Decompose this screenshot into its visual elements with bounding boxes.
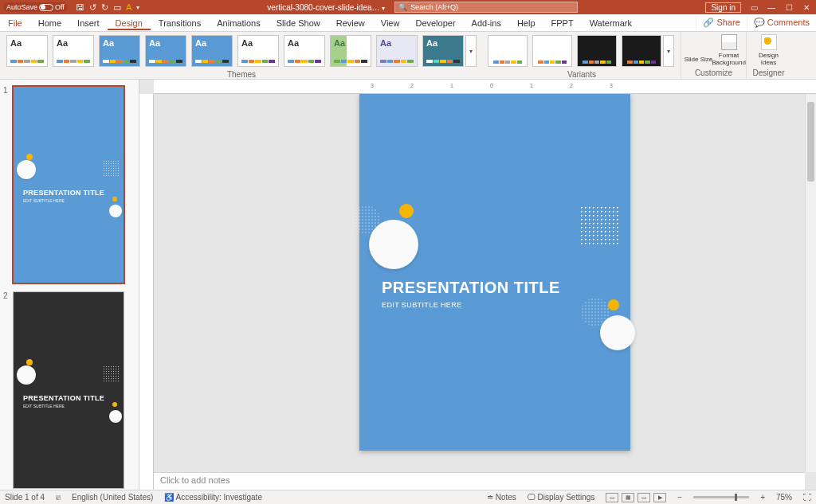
search-box[interactable]: 🔍 Search (Alt+Q) (394, 2, 578, 13)
white-circle-icon (17, 365, 36, 385)
notes-toggle[interactable]: ≐ Notes (487, 493, 516, 502)
slide-title-text[interactable]: PRESENTATION TITLE (382, 279, 560, 297)
font-color-icon[interactable]: A (126, 2, 131, 12)
variants-group: ▾ Variants (483, 32, 681, 79)
variant-tile[interactable] (532, 35, 572, 67)
zoom-out-button[interactable]: − (677, 493, 682, 502)
comments-button[interactable]: 💬 Comments (747, 16, 816, 29)
variant-tile[interactable] (577, 35, 617, 67)
share-button[interactable]: 🔗 Share (696, 16, 746, 29)
tab-design[interactable]: Design (108, 16, 151, 30)
document-title[interactable]: vertical-3080-cover-slide-idea… ▾ (267, 3, 385, 12)
sorter-view-button[interactable]: ▦ (622, 493, 634, 502)
thumb-subtitle: EDIT SUBTITLE HERE (23, 404, 65, 408)
theme-tile[interactable]: Aa (53, 35, 94, 67)
tab-addins[interactable]: Add-ins (464, 16, 509, 30)
vertical-ruler[interactable] (139, 94, 154, 490)
qat-more-icon[interactable]: ▾ (136, 4, 139, 11)
themes-group: Aa Aa Aa Aa Aa Aa Aa Aa Aa Aa ▾ Themes (0, 32, 483, 79)
slide-thumbnail-1[interactable]: PRESENTATION TITLE EDIT SUBTITLE HERE (13, 86, 124, 283)
minimize-icon[interactable]: — (767, 3, 776, 12)
theme-tile[interactable]: Aa (99, 35, 140, 67)
start-slideshow-icon[interactable]: ▭ (113, 2, 121, 13)
tab-review[interactable]: Review (328, 16, 373, 30)
theme-tile[interactable]: Aa (191, 35, 233, 67)
zoom-in-button[interactable]: + (760, 493, 765, 502)
tab-view[interactable]: View (373, 16, 408, 30)
design-ideas-button[interactable]: Design Ideas (755, 34, 783, 66)
white-circle-icon (369, 220, 418, 269)
redo-icon[interactable]: ↻ (101, 2, 108, 13)
thumb-title: PRESENTATION TITLE (23, 394, 104, 402)
dot-pattern-icon (579, 205, 619, 245)
search-icon: 🔍 (398, 3, 407, 11)
vertical-scrollbar[interactable] (805, 94, 816, 472)
tab-animations[interactable]: Animations (209, 16, 268, 30)
view-buttons: ▭ ▦ ▭ ▶ (606, 493, 666, 502)
slide-size-button[interactable]: Slide Size (685, 38, 713, 63)
theme-tile[interactable]: Aa (237, 35, 279, 67)
maximize-icon[interactable]: ☐ (784, 3, 794, 12)
titlebar: AutoSave Off 🖫 ↺ ↻ ▭ A ▾ vertical-3080-c… (0, 0, 816, 14)
white-circle-icon (109, 410, 122, 423)
yellow-circle-icon (399, 204, 414, 218)
slide-canvas[interactable]: PRESENTATION TITLE EDIT SUBTITLE HERE (154, 94, 816, 490)
slide-thumbnail-panel[interactable]: 1 PRESENTATION TITLE EDIT SUBTITLE HERE … (0, 80, 139, 490)
display-settings-button[interactable]: 🖵 Display Settings (528, 493, 594, 502)
customize-group: Slide Size Format Background Customize (681, 32, 746, 79)
accessibility-status[interactable]: ♿ Accessibility: Investigate (164, 493, 262, 502)
variant-tile[interactable] (622, 35, 661, 67)
zoom-level[interactable]: 75% (776, 493, 792, 502)
zoom-slider[interactable] (693, 496, 749, 498)
close-icon[interactable]: ✕ (802, 3, 811, 12)
tab-fppt[interactable]: FPPT (543, 16, 582, 30)
slide-thumbnail-2[interactable]: PRESENTATION TITLE EDIT SUBTITLE HERE (13, 291, 124, 489)
white-circle-icon (17, 160, 36, 179)
notes-pane[interactable]: Click to add notes (154, 472, 805, 490)
horizontal-ruler[interactable]: 3 2 1 0 1 2 3 (154, 80, 816, 94)
fit-to-window-button[interactable]: ⛶ (803, 493, 811, 502)
current-slide[interactable]: PRESENTATION TITLE EDIT SUBTITLE HERE (359, 94, 630, 451)
tab-insert[interactable]: Insert (69, 16, 108, 30)
tab-help[interactable]: Help (509, 16, 543, 30)
theme-tile[interactable]: Aa (284, 35, 325, 67)
autosave-pill-icon (39, 4, 53, 11)
theme-tile[interactable]: Aa (330, 35, 371, 67)
white-circle-icon (109, 205, 122, 217)
theme-tile[interactable]: Aa (422, 35, 464, 67)
autosave-label: AutoSave (6, 3, 37, 11)
ribbon-display-icon[interactable]: ▭ (749, 3, 759, 12)
white-circle-icon (600, 315, 635, 350)
quick-access-toolbar: 🖫 ↺ ↻ ▭ A ▾ (76, 2, 139, 13)
undo-icon[interactable]: ↺ (89, 2, 96, 13)
tab-developer[interactable]: Developer (407, 16, 463, 30)
yellow-circle-icon (26, 154, 33, 160)
tab-watermark[interactable]: Watermark (582, 16, 640, 30)
theme-tile[interactable]: Aa (6, 35, 48, 67)
tab-slideshow[interactable]: Slide Show (269, 16, 328, 30)
slide-subtitle-text[interactable]: EDIT SUBTITLE HERE (382, 301, 462, 309)
ribbon-tabs: File Home Insert Design Transitions Anim… (0, 14, 816, 32)
sign-in-button[interactable]: Sign in (705, 2, 741, 13)
slideshow-view-button[interactable]: ▶ (653, 493, 666, 502)
autosave-toggle[interactable]: AutoSave Off (3, 2, 68, 12)
themes-more-button[interactable]: ▾ (465, 35, 477, 67)
theme-tile[interactable]: Aa (376, 35, 418, 67)
thumb-title: PRESENTATION TITLE (23, 189, 104, 197)
normal-view-button[interactable]: ▭ (606, 493, 618, 502)
language-status[interactable]: English (United States) (72, 493, 153, 502)
variants-more-button[interactable]: ▾ (663, 35, 674, 67)
ribbon-design: Aa Aa Aa Aa Aa Aa Aa Aa Aa Aa ▾ Themes ▾… (0, 32, 816, 80)
slide-counter[interactable]: Slide 1 of 4 (5, 493, 45, 502)
yellow-circle-icon (26, 359, 33, 365)
reading-view-button[interactable]: ▭ (638, 493, 650, 502)
save-icon[interactable]: 🖫 (76, 2, 84, 12)
variant-tile[interactable] (488, 35, 528, 67)
format-background-button[interactable]: Format Background (715, 34, 743, 66)
tab-file[interactable]: File (0, 16, 30, 30)
tab-home[interactable]: Home (30, 16, 69, 30)
spellcheck-icon[interactable]: ⎚ (56, 493, 61, 502)
theme-tile[interactable]: Aa (145, 35, 186, 67)
tab-transitions[interactable]: Transitions (151, 16, 209, 30)
format-background-icon (721, 34, 737, 50)
